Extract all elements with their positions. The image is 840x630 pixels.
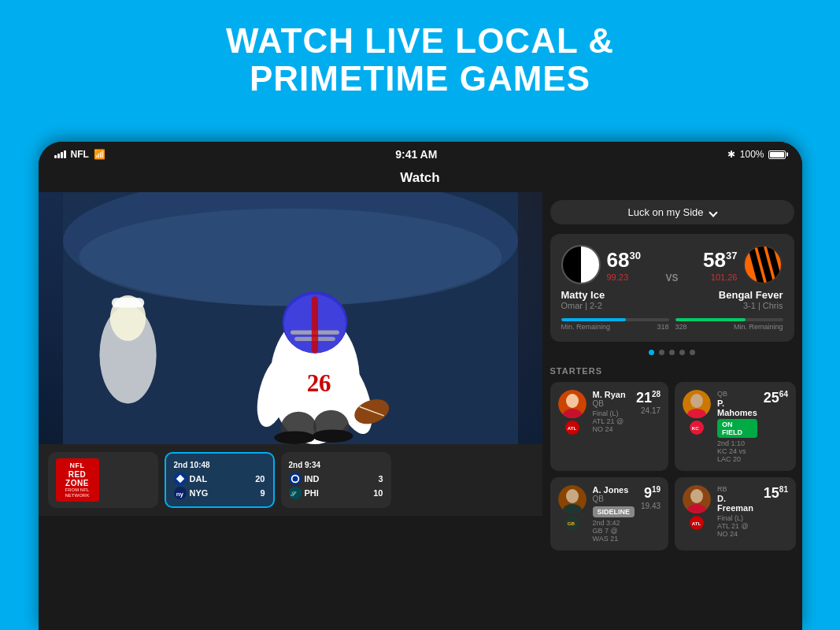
status-right: ✱ 100%: [727, 149, 786, 160]
team2-score-main: 58: [703, 248, 726, 272]
team1-score-sub: 99.23: [607, 272, 641, 282]
jones-avatar: [558, 485, 587, 513]
battery-percent: 100%: [740, 149, 764, 160]
wifi-icon: 📶: [94, 149, 105, 160]
chevron-down-icon: [709, 208, 717, 217]
jones-game-status: 2nd 3:42 GB 7 @ WAS 21: [593, 519, 635, 543]
starter-card-ryan[interactable]: ATL M. Ryan QB Final (L) ATL 21 @ NO 24: [550, 382, 669, 471]
nav-title: Watch: [39, 167, 802, 192]
starter-card-mahomes[interactable]: KC QB P. Mahomes ON FIELD 2nd 1:10 KC 24…: [675, 382, 796, 471]
pagination-dots: [550, 350, 794, 355]
team1-name: Matty Ice: [561, 289, 605, 301]
ryan-name: M. Ryan: [593, 390, 630, 399]
jones-score-dec: 19: [652, 485, 661, 494]
jones-score-block: 919 19.43: [641, 485, 661, 510]
dot-1[interactable]: [649, 350, 654, 355]
starters-section: STARTERS: [550, 366, 794, 550]
phi-name: PHI: [305, 488, 371, 498]
freeman-pos-label: RB: [717, 485, 757, 493]
mahomes-name: P. Mahomes: [717, 398, 757, 417]
svg-point-2: [79, 209, 501, 306]
dot-4[interactable]: [679, 350, 685, 355]
vs-label: VS: [659, 272, 684, 284]
playlist-button[interactable]: Luck on my Side: [550, 200, 794, 224]
redzone-thumbnail[interactable]: NFL REDZONE FROM NFL NETWORK: [48, 452, 158, 508]
headline-line2: PRIMETIME GAMES: [16, 60, 824, 98]
freeman-score-block: 1581: [764, 485, 788, 502]
jones-info: A. Jones QB SIDELINE 2nd 3:42 GB 7 @ WAS…: [593, 485, 635, 543]
nyg-logo: ny: [174, 487, 187, 499]
mahomes-game-status: 2nd 1:10 KC 24 vs LAC 20: [717, 439, 757, 463]
dot-5[interactable]: [690, 350, 695, 355]
game-info-1: 2nd 10:48 DAL 20 ny: [174, 461, 265, 499]
video-player[interactable]: 26: [39, 192, 542, 444]
team2-scores: 5837 101.26: [703, 248, 737, 282]
svg-point-19: [274, 431, 315, 444]
team-row-phi: 𝒮 PHI 10: [289, 487, 383, 499]
team-row-dal: DAL 20: [174, 472, 265, 485]
team1-score-decimal: 30: [629, 250, 640, 261]
freeman-info: RB D. Freeman Final (L) ATL 21 @ NO 24: [717, 485, 757, 538]
jones-status: SIDELINE: [593, 506, 635, 517]
phi-score: 10: [373, 488, 383, 498]
min-remaining-label2: Min. Remaining: [734, 323, 783, 331]
mahomes-team-badge: KC: [690, 421, 704, 435]
freeman-name: D. Freeman: [717, 494, 757, 513]
svg-point-26: [566, 394, 579, 408]
game-quarter-2: 2nd 9:34: [289, 461, 383, 469]
redzone-logo: NFL REDZONE FROM NFL NETWORK: [56, 458, 99, 502]
team1-icon: [561, 245, 601, 284]
mahomes-pos-label: QB: [717, 390, 757, 398]
ryan-score-dec: 28: [652, 390, 661, 398]
jones-score-sub: 19.43: [641, 502, 661, 510]
svg-point-20: [312, 429, 353, 443]
dot-3[interactable]: [669, 350, 675, 355]
starter-card-freeman[interactable]: ATL RB D. Freeman Final (L) ATL 21 @ NO …: [675, 477, 796, 550]
game-teams-2: IND 3 𝒮 PHI 10: [289, 472, 383, 499]
team1-min: 318: [657, 323, 668, 331]
freeman-avatar: [683, 485, 711, 513]
nyg-score: 9: [260, 488, 265, 498]
freeman-game-status: Final (L) ATL 21 @ NO 24: [717, 514, 757, 538]
min-remaining-label1: Min. Remaining: [561, 323, 611, 331]
ryan-info: M. Ryan QB Final (L) ATL 21 @ NO 24: [593, 390, 630, 433]
ryan-avatar-svg: [558, 390, 587, 418]
status-left: NFL 📶: [54, 149, 105, 160]
playlist-label: Luck on my Side: [627, 206, 703, 218]
ryan-pos: QB: [593, 399, 630, 408]
jones-team-badge: GB: [565, 516, 579, 530]
starters-title: STARTERS: [550, 366, 794, 376]
headline: WATCH LIVE LOCAL & PRIMETIME GAMES: [0, 0, 840, 113]
freeman-score-dec: 81: [779, 485, 788, 494]
mahomes-score: 25: [764, 390, 779, 406]
phi-logo: 𝒮: [289, 487, 302, 499]
ryan-game-status: Final (L) ATL 21 @ NO 24: [593, 410, 630, 433]
svg-text:ATL: ATL: [567, 425, 576, 431]
dal-logo: [174, 472, 187, 485]
headline-line1: WATCH LIVE LOCAL &: [16, 22, 824, 60]
matchup-scores: 6830 99.23 Matty Ice Omar | 2-2: [561, 245, 783, 310]
progress-section: Min. Remaining 318 328 Min. Remaining: [561, 318, 783, 331]
team1-scores: 6830 99.23: [607, 248, 641, 282]
game-thumbnails: NFL REDZONE FROM NFL NETWORK 2nd 10:48: [39, 444, 542, 516]
svg-marker-21: [176, 475, 184, 484]
matchup-card: 6830 99.23 Matty Ice Omar | 2-2: [550, 234, 794, 342]
game-teams-1: DAL 20 ny NYG 9: [174, 472, 265, 499]
carrier: NFL: [71, 149, 89, 160]
device-frame: NFL 📶 9:41 AM ✱ 100% Watch: [39, 142, 802, 630]
left-panel: 26: [39, 192, 542, 625]
team2-score-sub: 101.26: [703, 272, 737, 282]
jones-score: 9: [644, 485, 652, 501]
status-time: 9:41 AM: [395, 148, 437, 161]
content-area: 26: [39, 192, 802, 625]
game-thumbnail-dal-nyg[interactable]: 2nd 10:48 DAL 20 ny: [165, 452, 275, 508]
starter-card-jones[interactable]: GB A. Jones QB SIDELINE 2nd 3:42 GB 7 @ …: [550, 477, 669, 550]
svg-point-34: [566, 489, 579, 503]
dot-2[interactable]: [659, 350, 664, 355]
svg-text:26: 26: [306, 369, 331, 397]
game-quarter-1: 2nd 10:48: [174, 461, 265, 469]
ryan-score-sub: 24.17: [641, 406, 661, 415]
game-thumbnail-ind-phi[interactable]: 2nd 9:34 IND 3 𝒮: [281, 452, 391, 508]
mahomes-score-block: 2564: [764, 390, 788, 406]
team2-icon: [743, 245, 783, 284]
